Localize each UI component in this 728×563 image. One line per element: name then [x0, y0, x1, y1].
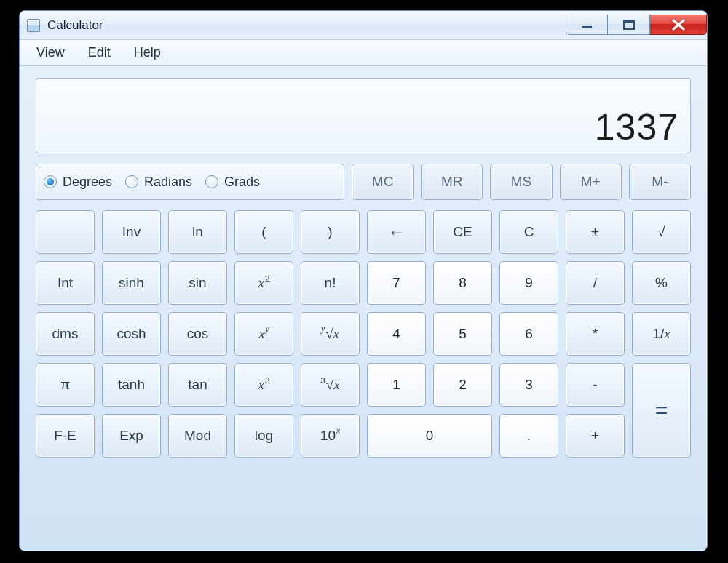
- sqrt-button[interactable]: √: [632, 210, 691, 254]
- cube-root-button[interactable]: 3√x: [301, 363, 360, 407]
- window-title: Calculator: [47, 18, 103, 33]
- ten-power-x-button[interactable]: 10x: [301, 414, 360, 458]
- memory-sub-button[interactable]: M-: [629, 164, 691, 200]
- minimize-button[interactable]: [566, 15, 608, 35]
- maximize-icon: [623, 20, 635, 30]
- y-root-x-button[interactable]: y√x: [301, 312, 360, 356]
- ten-power-base: 10: [320, 428, 336, 444]
- result-value: 1337: [595, 106, 678, 148]
- multiply-button[interactable]: *: [566, 312, 625, 356]
- decimal-button[interactable]: .: [499, 414, 558, 458]
- divide-button[interactable]: /: [566, 261, 625, 305]
- x-power-y-exp: y: [266, 324, 269, 335]
- client-area: 1337 Degrees Radians Grads: [20, 66, 707, 472]
- memory-clear-button[interactable]: MC: [352, 164, 414, 200]
- menu-help[interactable]: Help: [123, 41, 172, 64]
- angle-mode-panel: Degrees Radians Grads: [36, 164, 344, 200]
- mode-grads[interactable]: Grads: [205, 175, 260, 190]
- digit-3-button[interactable]: 3: [499, 363, 558, 407]
- svg-rect-0: [582, 26, 592, 28]
- exp-button[interactable]: Exp: [102, 414, 161, 458]
- menu-bar: View Edit Help: [20, 40, 707, 66]
- tan-button[interactable]: tan: [168, 363, 227, 407]
- sin-button[interactable]: sin: [168, 261, 227, 305]
- x-squared-exp: 2: [265, 273, 270, 283]
- cube-root-pre: 3: [320, 375, 325, 385]
- backspace-button[interactable]: ←: [367, 210, 426, 254]
- mode-radians[interactable]: Radians: [125, 175, 192, 190]
- digit-4-button[interactable]: 4: [367, 312, 426, 356]
- x-power-y-button[interactable]: xy: [234, 312, 293, 356]
- x-squared-base: x: [258, 275, 264, 291]
- plus-minus-button[interactable]: ±: [566, 210, 625, 254]
- mod-button[interactable]: Mod: [168, 414, 227, 458]
- mode-degrees[interactable]: Degrees: [44, 175, 112, 190]
- calculator-window: Calculator View Edit Help: [19, 10, 708, 551]
- fe-button[interactable]: F-E: [36, 414, 95, 458]
- minimize-icon: [580, 20, 593, 30]
- clear-button[interactable]: C: [499, 210, 558, 254]
- backspace-icon: ←: [388, 222, 405, 242]
- maximize-button[interactable]: [608, 15, 650, 35]
- factorial-button[interactable]: n!: [301, 261, 360, 305]
- digit-0-button[interactable]: 0: [367, 414, 492, 458]
- lparen-button[interactable]: (: [234, 210, 293, 254]
- y-root-body: √x: [325, 326, 339, 342]
- radio-icon: [44, 175, 57, 188]
- window-controls: [566, 15, 707, 35]
- int-button[interactable]: Int: [36, 261, 95, 305]
- ten-power-exp: x: [336, 426, 340, 436]
- radio-icon: [205, 175, 218, 188]
- x-cubed-exp: 3: [265, 375, 270, 385]
- memory-recall-button[interactable]: MR: [421, 164, 483, 200]
- percent-button[interactable]: %: [632, 261, 691, 305]
- menu-edit[interactable]: Edit: [77, 41, 122, 64]
- cosh-button[interactable]: cosh: [102, 312, 161, 356]
- ln-button[interactable]: ln: [168, 210, 227, 254]
- x-cubed-base: x: [258, 377, 264, 393]
- svg-rect-2: [624, 20, 634, 23]
- close-icon: [671, 19, 686, 31]
- tanh-button[interactable]: tanh: [102, 363, 161, 407]
- log-button[interactable]: log: [234, 414, 293, 458]
- equals-button[interactable]: =: [632, 363, 691, 458]
- dms-button[interactable]: dms: [36, 312, 95, 356]
- sinh-button[interactable]: sinh: [102, 261, 161, 305]
- x-squared-button[interactable]: x2: [234, 261, 293, 305]
- cube-root-body: √x: [326, 377, 340, 393]
- result-display: 1337: [36, 78, 691, 153]
- close-button[interactable]: [650, 15, 707, 35]
- reciprocal-pre: 1/: [652, 326, 664, 342]
- x-cubed-button[interactable]: x3: [234, 363, 293, 407]
- digit-7-button[interactable]: 7: [367, 261, 426, 305]
- digit-6-button[interactable]: 6: [499, 312, 558, 356]
- memory-store-button[interactable]: MS: [490, 164, 552, 200]
- cos-button[interactable]: cos: [168, 312, 227, 356]
- menu-view[interactable]: View: [25, 41, 76, 64]
- pi-button[interactable]: π: [36, 363, 95, 407]
- keypad: Inv ln ( ) ← CE C ± √ Int sinh sin x2 n!…: [36, 210, 691, 458]
- digit-5-button[interactable]: 5: [433, 312, 492, 356]
- reciprocal-x: x: [664, 326, 670, 342]
- radio-icon: [125, 175, 138, 188]
- y-root-pre: y: [321, 324, 325, 335]
- clear-entry-button[interactable]: CE: [433, 210, 492, 254]
- digit-2-button[interactable]: 2: [433, 363, 492, 407]
- digit-8-button[interactable]: 8: [433, 261, 492, 305]
- digit-9-button[interactable]: 9: [499, 261, 558, 305]
- app-icon: [27, 19, 40, 32]
- mode-degrees-label: Degrees: [63, 175, 112, 190]
- add-button[interactable]: +: [566, 414, 625, 458]
- title-bar[interactable]: Calculator: [20, 11, 707, 40]
- memory-add-button[interactable]: M+: [560, 164, 622, 200]
- mode-radians-label: Radians: [144, 175, 192, 190]
- reciprocal-button[interactable]: 1/x: [632, 312, 691, 356]
- x-power-y-base: x: [258, 326, 264, 342]
- digit-1-button[interactable]: 1: [367, 363, 426, 407]
- rparen-button[interactable]: ): [301, 210, 360, 254]
- inv-button[interactable]: Inv: [102, 210, 161, 254]
- subtract-button[interactable]: -: [566, 363, 625, 407]
- mode-grads-label: Grads: [224, 175, 260, 190]
- blank-button[interactable]: [36, 210, 95, 254]
